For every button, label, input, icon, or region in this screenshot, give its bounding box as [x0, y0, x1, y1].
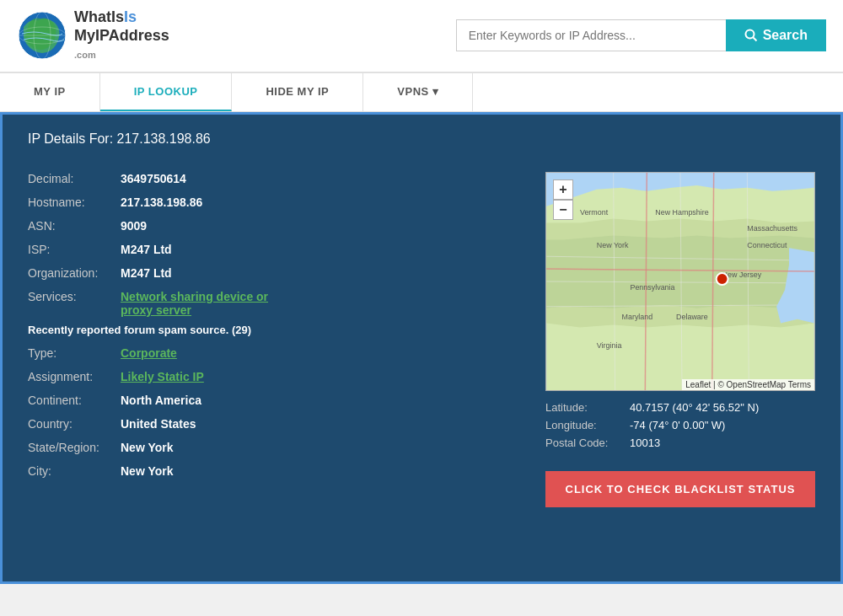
- info-row-organization: Organization: M247 Ltd: [28, 266, 520, 280]
- search-button[interactable]: Search: [726, 19, 826, 51]
- search-icon: [744, 29, 758, 42]
- svg-text:New York: New York: [597, 241, 629, 249]
- zoom-in-button[interactable]: +: [553, 179, 573, 200]
- search-area: Search: [186, 19, 826, 51]
- coord-row-longitude: Longitude: -74 (74° 0' 0.00" W): [545, 419, 815, 431]
- search-input[interactable]: [456, 19, 726, 51]
- svg-text:Pennsylvania: Pennsylvania: [630, 283, 674, 292]
- main-nav: MY IP IP LOOKUP HIDE MY IP VPNS ▾: [0, 73, 843, 112]
- info-row-assignment: Assignment: Likely Static IP: [28, 370, 520, 383]
- main-container: IP Details For: 217.138.198.86 Decimal: …: [0, 112, 843, 584]
- coords-panel: Latitude: 40.7157 (40° 42' 56.52" N) Lon…: [545, 401, 815, 454]
- svg-line-6: [753, 38, 756, 41]
- info-row-asn: ASN: 9009: [28, 219, 520, 233]
- svg-text:Virginia: Virginia: [597, 341, 622, 350]
- info-panel: Decimal: 3649750614 Hostname: 217.138.19…: [28, 172, 520, 507]
- services-link[interactable]: Network sharing device orproxy server: [121, 290, 268, 317]
- info-row-isp: ISP: M247 Ltd: [28, 243, 520, 256]
- info-row-state: State/Region: New York: [28, 441, 520, 454]
- svg-point-27: [717, 273, 728, 285]
- logo-text: WhatIsIs MyIPAddress .com: [74, 8, 169, 63]
- svg-text:New Hampshire: New Hampshire: [655, 207, 709, 216]
- ip-details-header: IP Details For: 217.138.198.86: [28, 131, 815, 155]
- zoom-out-button[interactable]: −: [553, 200, 573, 220]
- nav-item-my-ip[interactable]: MY IP: [0, 73, 100, 111]
- svg-text:Massachusetts: Massachusetts: [747, 224, 797, 233]
- svg-point-5: [745, 30, 754, 39]
- coord-row-latitude: Latitude: 40.7157 (40° 42' 56.52" N): [545, 401, 815, 414]
- info-row-decimal: Decimal: 3649750614: [28, 172, 520, 185]
- nav-item-hide-my-ip[interactable]: HIDE MY IP: [232, 73, 363, 111]
- nav-item-ip-lookup[interactable]: IP LOOKUP: [100, 73, 233, 111]
- map-container: Vermont New Hampshire Massachusetts Conn…: [545, 172, 815, 391]
- info-row-services: Services: Network sharing device orproxy…: [28, 290, 520, 317]
- right-panel: Vermont New Hampshire Massachusetts Conn…: [545, 172, 815, 507]
- svg-text:Vermont: Vermont: [580, 207, 609, 216]
- info-row-city: City: New York: [28, 464, 520, 478]
- map-controls: + −: [553, 179, 573, 220]
- nav-item-vpns[interactable]: VPNS ▾: [363, 73, 473, 111]
- svg-text:Connecticut: Connecticut: [747, 241, 787, 249]
- blacklist-button[interactable]: CLICK TO CHECK BLACKLIST STATUS: [545, 471, 815, 507]
- header: WhatIsIs MyIPAddress .com Search: [0, 0, 843, 73]
- info-row-country: Country: United States: [28, 417, 520, 431]
- info-row-hostname: Hostname: 217.138.198.86: [28, 196, 520, 209]
- spam-notice: Recently reported forum spam source. (29…: [28, 324, 520, 336]
- content-grid: Decimal: 3649750614 Hostname: 217.138.19…: [28, 172, 815, 507]
- svg-text:Delaware: Delaware: [676, 312, 708, 320]
- type-link[interactable]: Corporate: [121, 346, 177, 360]
- map-svg: Vermont New Hampshire Massachusetts Conn…: [546, 173, 814, 390]
- logo-area: WhatIsIs MyIPAddress .com: [17, 8, 169, 63]
- assignment-link[interactable]: Likely Static IP: [121, 370, 204, 383]
- svg-text:Maryland: Maryland: [622, 312, 653, 320]
- globe-icon: [17, 10, 67, 61]
- map-attribution: Leaflet | © OpenStreetMap Terms: [682, 379, 814, 390]
- info-row-type: Type: Corporate: [28, 346, 520, 360]
- coord-row-postal: Postal Code: 10013: [545, 437, 815, 449]
- info-row-continent: Continent: North America: [28, 394, 520, 407]
